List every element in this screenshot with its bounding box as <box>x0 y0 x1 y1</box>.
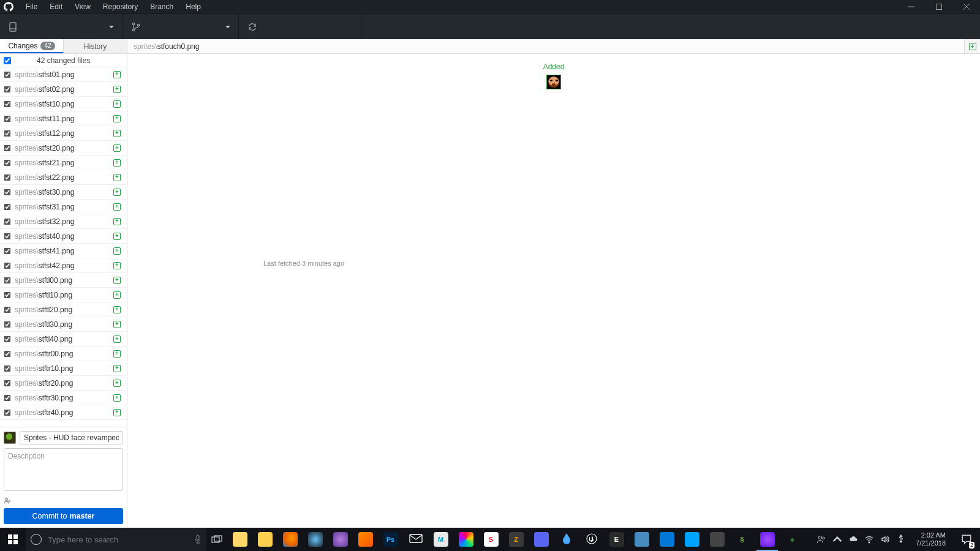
file-checkbox[interactable] <box>4 394 11 401</box>
app-tree-icon: ♣ <box>785 532 800 547</box>
taskbar-app-godot[interactable] <box>629 528 654 551</box>
commit-description-input[interactable] <box>4 448 123 491</box>
file-row[interactable]: sprites\stftl40.png+ <box>0 332 127 347</box>
select-all-checkbox[interactable] <box>4 57 11 64</box>
taskbar-app-discord[interactable] <box>529 528 554 551</box>
taskbar-app-maya[interactable]: M <box>428 528 453 551</box>
file-checkbox[interactable] <box>4 321 11 328</box>
file-checkbox[interactable] <box>4 262 11 269</box>
file-checkbox[interactable] <box>4 277 11 283</box>
maximize-button[interactable] <box>925 0 952 13</box>
file-explorer-2-icon <box>258 532 273 547</box>
file-checkbox[interactable] <box>4 218 11 225</box>
taskbar-app-mail[interactable] <box>403 528 428 551</box>
commit-summary-input[interactable] <box>20 431 123 444</box>
taskbar-app-app-blue-drop[interactable] <box>554 528 579 551</box>
toolbar: Current repository freedoom Current bran… <box>0 13 980 39</box>
file-checkbox[interactable] <box>4 350 11 357</box>
mic-icon[interactable] <box>189 534 206 544</box>
taskbar-search-input[interactable] <box>48 535 183 544</box>
onedrive-icon[interactable] <box>848 534 858 544</box>
file-row[interactable]: sprites\stftl30.png+ <box>0 317 127 332</box>
taskbar-app-steam[interactable] <box>303 528 328 551</box>
branch-selector[interactable]: Current branch master <box>123 14 239 39</box>
tab-history-label: History <box>84 42 107 51</box>
taskbar-app-epic[interactable]: E <box>604 528 629 551</box>
file-checkbox[interactable] <box>4 71 11 78</box>
file-row[interactable]: sprites\stftr00.png+ <box>0 347 127 361</box>
add-coauthors-button[interactable] <box>4 497 123 504</box>
github-logo-icon <box>4 2 13 12</box>
app-orange-icon <box>358 532 373 547</box>
app-castle-icon <box>710 532 725 547</box>
file-checkbox[interactable] <box>4 380 11 386</box>
file-row[interactable]: sprites\stftl00.png+ <box>0 273 127 288</box>
minimize-button[interactable] <box>897 0 925 13</box>
added-icon: + <box>113 218 121 225</box>
taskbar-app-file-explorer-2[interactable] <box>252 528 277 551</box>
file-row[interactable]: sprites\stftl10.png+ <box>0 288 127 302</box>
action-center-button[interactable]: 2 <box>956 528 978 551</box>
taskbar-clock[interactable]: 2:02 AM 7/21/2018 <box>912 531 949 547</box>
added-icon: + <box>113 203 121 211</box>
fetch-label: Fetch origin <box>263 0 344 260</box>
file-checkbox[interactable] <box>4 86 11 92</box>
file-checkbox[interactable] <box>4 115 11 122</box>
menu-repository[interactable]: Repository <box>97 0 144 13</box>
file-checkbox[interactable] <box>4 409 11 416</box>
taskbar-app-gog[interactable] <box>755 528 780 551</box>
svg-rect-4 <box>10 23 16 31</box>
firefox-icon <box>283 532 298 547</box>
repo-selector[interactable]: Current repository freedoom <box>0 14 123 39</box>
file-row[interactable]: sprites\stftr30.png+ <box>0 391 127 405</box>
file-checkbox[interactable] <box>4 247 11 254</box>
fetch-button[interactable]: Fetch origin Last fetched 3 minutes ago <box>239 14 361 39</box>
taskbar-app-zbrush[interactable]: Z <box>503 528 529 551</box>
file-checkbox[interactable] <box>4 203 11 210</box>
diff-add-indicator[interactable]: + <box>964 39 980 53</box>
taskbar-app-app-red-s[interactable]: S <box>478 528 503 551</box>
people-icon[interactable] <box>816 534 826 544</box>
file-row[interactable]: sprites\stftr10.png+ <box>0 361 127 376</box>
close-button[interactable] <box>952 0 980 13</box>
task-view-button[interactable] <box>206 528 227 551</box>
taskbar-app-app-marker[interactable] <box>679 528 704 551</box>
volume-icon[interactable] <box>880 534 890 544</box>
taskbar-app-app-screen[interactable] <box>654 528 679 551</box>
taskbar-search[interactable] <box>26 528 206 551</box>
commit-button[interactable]: Commit to master <box>4 508 123 524</box>
taskbar-app-app-rainbow[interactable] <box>453 528 478 551</box>
file-checkbox[interactable] <box>4 233 11 239</box>
taskbar-app-app-purple[interactable] <box>328 528 353 551</box>
file-checkbox[interactable] <box>4 189 11 195</box>
tray-chevron-up-icon[interactable] <box>832 534 842 544</box>
svg-point-19 <box>819 536 822 539</box>
taskbar-app-app-castle[interactable] <box>704 528 729 551</box>
usb-icon[interactable] <box>896 534 906 544</box>
file-row[interactable]: sprites\stftr40.png+ <box>0 405 127 420</box>
app-marker-icon <box>685 532 699 547</box>
taskbar-app-app-orange[interactable] <box>353 528 378 551</box>
taskbar-app-app-green-s[interactable]: § <box>729 528 755 551</box>
taskbar-app-photoshop[interactable]: Ps <box>378 528 403 551</box>
taskbar-app-unreal[interactable] <box>579 528 604 551</box>
file-checkbox[interactable] <box>4 335 11 342</box>
svg-rect-10 <box>8 534 12 539</box>
file-checkbox[interactable] <box>4 100 11 107</box>
file-checkbox[interactable] <box>4 306 11 313</box>
taskbar-app-app-tree[interactable]: ♣ <box>780 528 805 551</box>
file-checkbox[interactable] <box>4 365 11 372</box>
file-row[interactable]: sprites\stftl20.png+ <box>0 302 127 317</box>
file-checkbox[interactable] <box>4 144 11 151</box>
file-checkbox[interactable] <box>4 130 11 137</box>
file-checkbox[interactable] <box>4 174 11 181</box>
wifi-icon[interactable] <box>864 534 874 544</box>
start-button[interactable] <box>0 528 26 551</box>
taskbar-app-file-explorer[interactable] <box>227 528 252 551</box>
file-checkbox[interactable] <box>4 291 11 298</box>
file-checkbox[interactable] <box>4 159 11 166</box>
branch-value: master <box>147 0 192 268</box>
added-icon: + <box>113 350 121 358</box>
taskbar-app-firefox[interactable] <box>277 528 303 551</box>
file-row[interactable]: sprites\stftr20.png+ <box>0 376 127 391</box>
